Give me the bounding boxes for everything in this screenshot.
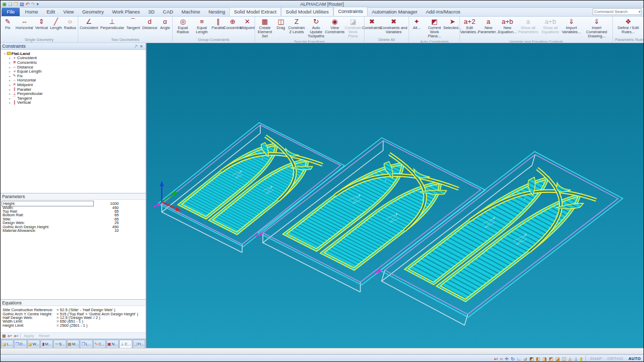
ribbon-button-angle[interactable]: αAngle <box>158 17 172 31</box>
material-block-icon[interactable]: ▮ <box>579 356 584 361</box>
expander-icon[interactable]: ▸ <box>8 101 12 104</box>
show-equations-icon[interactable]: a= <box>14 333 19 339</box>
tab-work-planes[interactable]: Work Planes <box>108 8 144 16</box>
ribbon-button-import-variables[interactable]: ⇓Import Variables... <box>561 17 581 35</box>
ribbon-button-define-edit-rules[interactable]: ❖Define / Edit Rules... <box>613 17 643 35</box>
ribbon-button-distance[interactable]: dDistance <box>141 17 158 31</box>
tree-item-tangent[interactable]: ▸⌒Tangent <box>3 96 146 101</box>
tree-item-perpendicular[interactable]: ▸⊥Perpendicular <box>3 91 146 96</box>
ribbon-button-current-work-plane[interactable]: ◩Current Work Plane... <box>423 17 445 39</box>
ribbon-button-perpendicular[interactable]: ⊥Perpendicular <box>99 17 125 31</box>
zoom-previous-icon[interactable]: ↩ <box>493 356 499 361</box>
ribbon-button-edit-variables[interactable]: a+2Edit Variables... <box>460 17 479 35</box>
ribbon-button-vertical[interactable]: ⇕Vertical <box>34 17 49 31</box>
ribbon-button-auto-update-toolpaths[interactable]: ↻Auto Update Toolpaths <box>305 17 327 39</box>
ribbon-button-parallel[interactable]: ∥Parallel <box>212 17 225 31</box>
ribbon-button-show-all-equations[interactable]: a+bShow all Equations <box>540 17 561 35</box>
drawing-viewport[interactable] <box>146 43 643 348</box>
panel-tab-3-m[interactable]: ▮M... <box>40 340 53 348</box>
ribbon-button-concentric[interactable]: ⊕Concentric <box>225 17 241 31</box>
panel-tab-2-w[interactable]: ◪W... <box>27 340 40 348</box>
view-front-icon[interactable]: ◨ <box>541 356 548 361</box>
tree-item-equal-length[interactable]: ▸≡Equal Length <box>3 69 146 74</box>
ribbon-button-constraints[interactable]: ✖Constraints <box>365 17 379 31</box>
ribbon-button-show-all-parameters[interactable]: aShow all Parameters <box>516 17 540 35</box>
viewport-canvas[interactable] <box>147 43 644 348</box>
expander-icon[interactable]: ▸ <box>8 56 12 60</box>
panel-tab-4-s[interactable]: ✑S... <box>53 340 66 348</box>
ribbon-button-all[interactable]: ✦All... <box>410 17 423 31</box>
ribbon-button-horizontal[interactable]: ⇔Horizontal <box>15 17 34 31</box>
expander-icon[interactable]: ▸ <box>8 96 12 100</box>
save-icon[interactable]: ▤ <box>20 2 24 7</box>
axes-display-icon[interactable]: ∟ <box>516 356 523 361</box>
zoom-window-icon[interactable]: ⌗ <box>499 356 503 361</box>
panel-tab-6-l[interactable]: ❐L... <box>80 340 92 348</box>
redo-icon[interactable]: ↷ <box>31 2 35 7</box>
panel-tab-7-c[interactable]: ✎C... <box>93 340 106 348</box>
tool-orientation-icon[interactable]: ⊥ <box>573 356 579 361</box>
ribbon-button-length[interactable]: ╱Length <box>49 17 63 31</box>
expander-icon[interactable]: ▾ <box>3 52 7 55</box>
view-right-icon[interactable]: ◪ <box>554 356 561 361</box>
tab-solid-model-utilities[interactable]: Solid Model Utilities <box>281 7 333 16</box>
panel-tab-1-o[interactable]: ❒O... <box>14 340 26 348</box>
ribbon-button-new-parameter[interactable]: aNew Parameter... <box>479 17 498 35</box>
qat-menu-icon[interactable]: ▾ <box>36 2 39 7</box>
ribbon-button-fix[interactable]: ✎Fix <box>1 17 15 31</box>
view-left-icon[interactable]: ◩ <box>548 356 554 361</box>
pan-icon[interactable]: ✛ <box>503 356 510 361</box>
ribbon-button-equal-length[interactable]: ≡Equal Length <box>192 17 211 35</box>
ribbon-button-tangent[interactable]: ⌒Tangent <box>125 17 141 31</box>
ribbon-button-coincident[interactable]: ∠Coincident <box>79 17 99 31</box>
open-folder-icon[interactable]: ❒ <box>14 2 18 7</box>
expander-icon[interactable]: ▸ <box>8 92 12 95</box>
tab-geometry[interactable]: Geometry <box>78 8 108 16</box>
ribbon-button-new-equation[interactable]: a+bNew Equation... <box>498 17 516 35</box>
tab-cad[interactable]: CAD <box>159 8 177 16</box>
apply-button[interactable]: Apply <box>22 333 36 338</box>
tab-automation-manager[interactable]: Automation Manager <box>368 8 422 16</box>
ribbon-button-create-element-set[interactable]: ▦Create Element Set <box>256 17 274 39</box>
expander-icon[interactable]: ▸ <box>8 88 12 91</box>
tab-constraints[interactable]: Constraints <box>333 7 368 16</box>
new-document-icon[interactable]: ❏ <box>8 2 12 7</box>
toggle-snap[interactable]: SNAP <box>587 356 605 361</box>
ribbon-button-constrain-z-levels[interactable]: ZConstrain Z Levels <box>288 17 305 35</box>
ribbon-button-insert-constrained-drawing[interactable]: ⇓Insert Constrained Drawing... <box>582 17 612 39</box>
tab-machine[interactable]: Machine <box>177 8 204 16</box>
view-iso-icon[interactable]: ◬ <box>567 356 573 361</box>
panel-tab-5-m[interactable]: ▦M... <box>67 340 79 348</box>
panel-tab-9-c[interactable]: ⊥C... <box>119 340 132 348</box>
tab-3d[interactable]: 3D <box>144 8 159 16</box>
ribbon-button-view-constraints[interactable]: ◉View Constraints <box>327 17 343 35</box>
tab-view[interactable]: View <box>59 8 78 16</box>
rotate-view-icon[interactable]: ↻ <box>510 356 516 361</box>
tree-item-coincident[interactable]: ▸⌖Coincident <box>3 56 146 61</box>
ribbon-button-radius[interactable]: ○Radius <box>63 17 77 31</box>
tree-item-vertical[interactable]: ▸┃Vertical <box>3 101 146 105</box>
triad-icon[interactable]: ⊿ <box>522 356 528 361</box>
expander-icon[interactable]: ▸ <box>8 83 12 87</box>
tab-file[interactable]: File <box>2 8 20 16</box>
tree-item-horizontal[interactable]: ▸⇔Horizontal <box>3 78 146 83</box>
view-top-icon[interactable]: ◧ <box>535 356 541 361</box>
equation-grid-icon[interactable]: ▦ <box>2 333 6 339</box>
tree-item-fix[interactable]: ▸✎Fix <box>3 74 146 78</box>
reset-button[interactable]: Reset <box>37 333 51 338</box>
ribbon-button-constrain-work-plane[interactable]: ◪Constrain Work Plane <box>343 17 363 39</box>
command-search-input[interactable] <box>593 9 638 14</box>
expander-icon[interactable]: ▸ <box>8 74 12 78</box>
tree-item-concentric[interactable]: ▸⊕Concentric <box>3 60 146 65</box>
parameter-value[interactable]: 10 <box>94 228 121 233</box>
tab-add-ins-macros[interactable]: Add-Ins/Macros <box>422 8 465 16</box>
show-parameters-icon[interactable]: a+ <box>8 333 12 339</box>
tree-root-flat-land[interactable]: ▾Flat-Land <box>3 51 146 56</box>
tree-item-distance[interactable]: ▸↔Distance <box>3 65 146 69</box>
expander-icon[interactable]: ▸ <box>8 78 12 82</box>
ribbon-button-midpoint[interactable]: ✕Midpoint <box>241 17 254 31</box>
panel-tab-0-l[interactable]: ◪L... <box>1 340 13 348</box>
tab-home[interactable]: Home <box>21 8 42 16</box>
ribbon-button-selected[interactable]: ➤Selected... <box>445 17 459 31</box>
toggle-ortho[interactable]: ORTHO <box>605 356 626 361</box>
